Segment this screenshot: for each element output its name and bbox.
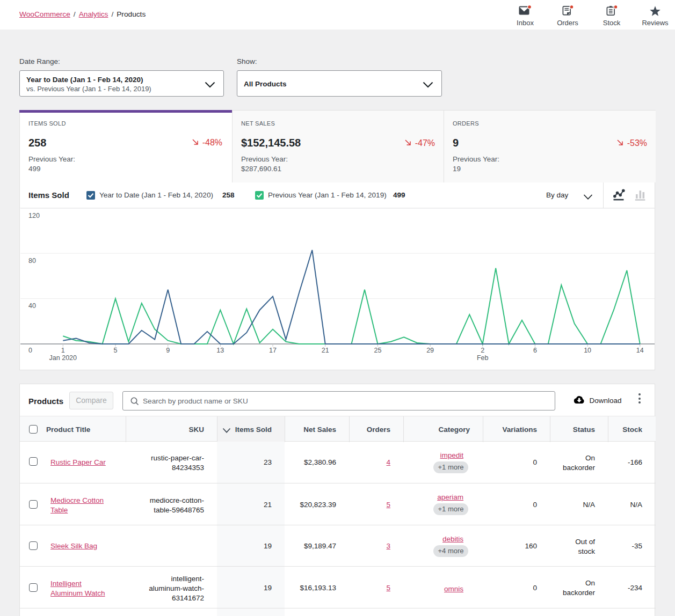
svg-text:21: 21 — [322, 347, 329, 354]
svg-text:40: 40 — [28, 302, 36, 310]
svg-text:9: 9 — [166, 347, 170, 354]
svg-text:13: 13 — [216, 347, 224, 354]
svg-text:0: 0 — [28, 347, 32, 354]
svg-text:14: 14 — [636, 347, 644, 354]
svg-text:10: 10 — [584, 347, 591, 354]
svg-text:17: 17 — [269, 347, 277, 354]
svg-text:29: 29 — [426, 347, 434, 354]
svg-text:Feb: Feb — [477, 354, 489, 362]
svg-text:5: 5 — [114, 347, 118, 354]
svg-text:Jan 2020: Jan 2020 — [49, 354, 77, 362]
svg-text:6: 6 — [533, 347, 537, 354]
svg-text:25: 25 — [374, 347, 381, 354]
svg-text:2: 2 — [481, 347, 484, 354]
svg-text:120: 120 — [28, 212, 40, 219]
svg-text:80: 80 — [28, 257, 36, 265]
svg-text:1: 1 — [61, 347, 65, 354]
